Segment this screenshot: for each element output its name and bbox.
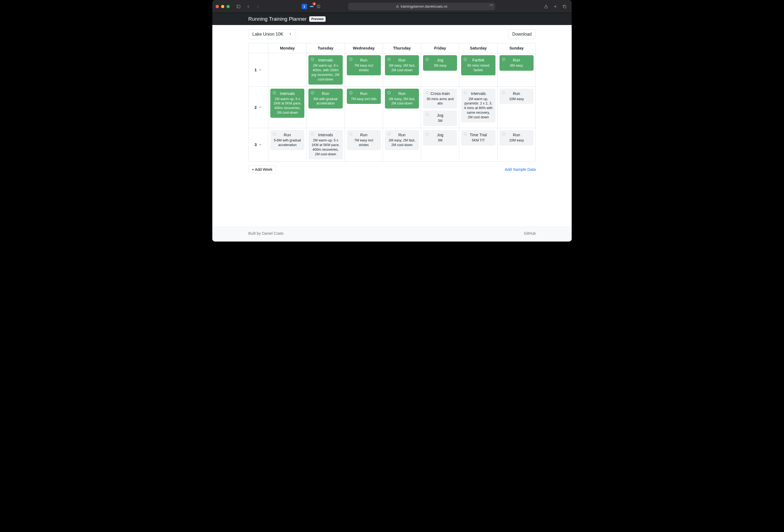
add-sample-data-link[interactable]: Add Sample Data xyxy=(505,167,536,172)
workout-card[interactable]: Run8M easy xyxy=(500,55,534,71)
day-cell[interactable]: Time Trial5KM T/T xyxy=(459,128,497,161)
svg-point-22 xyxy=(273,133,276,135)
day-cell[interactable]: Intervals2M warm-up, 5 x 1KM at 5KM pace… xyxy=(306,128,344,161)
day-cell[interactable]: Run6M with gradual acceleration xyxy=(306,87,344,128)
address-bar[interactable]: trainingplanner.danielcoats.nz xyxy=(348,3,495,10)
workout-title: Jog xyxy=(425,113,455,118)
browser-toolbar: 1 •••• 4 trainingplanner.danielcoats.nz xyxy=(212,0,572,13)
day-cell[interactable]: Run2M easy, 2M fast, 2M cool-down xyxy=(383,87,421,128)
plan-selector[interactable]: Lake Union 10K xyxy=(248,29,296,39)
workout-card[interactable]: Intervals2M warm-up, 8 x 400m, with 200m… xyxy=(308,55,342,85)
workout-desc: 7M easy incl strides xyxy=(348,63,379,72)
day-cell[interactable]: Run10M easy xyxy=(497,87,535,128)
day-cell[interactable]: Intervals2M warm-up, 5 x 1KM at 5KM pace… xyxy=(268,87,306,128)
day-cell[interactable]: Run7M easy incl strides xyxy=(345,128,383,161)
workout-desc: 2M easy, 2M fast, 2M cool-down xyxy=(387,138,417,147)
workout-card[interactable]: Run2M easy, 2M fast, 2M cool-down xyxy=(385,89,419,109)
week-toggle[interactable]: 1 xyxy=(249,53,268,87)
forward-button[interactable] xyxy=(254,3,262,10)
workout-card[interactable]: Intervals2M warm up, pyramids: 2 x 2, 3,… xyxy=(461,89,495,122)
workout-desc: 3M easy xyxy=(425,63,455,68)
workout-title: Run xyxy=(348,133,379,137)
workout-card[interactable]: Intervals2M warm-up, 5 x 1KM at 5KM pace… xyxy=(308,130,342,159)
day-cell[interactable] xyxy=(268,53,306,87)
svg-point-18 xyxy=(426,91,428,94)
workout-title: Run xyxy=(348,91,379,96)
svg-point-27 xyxy=(464,133,467,135)
tabs-overview-icon[interactable] xyxy=(561,3,568,10)
workout-card[interactable]: Cross-train30 mins arms and abs xyxy=(423,89,457,109)
day-cell[interactable]: Run5-6M with gradual acceleration xyxy=(268,128,306,161)
week-row: 1Intervals2M warm-up, 8 x 400m, with 200… xyxy=(249,53,535,87)
day-header: Tuesday xyxy=(306,43,344,53)
extension-1password-icon[interactable]: 1 xyxy=(302,4,307,9)
workout-card[interactable]: Intervals2M warm-up, 5 x 1KM at 5KM pace… xyxy=(270,89,304,118)
workout-card[interactable]: Jog3M easy xyxy=(423,55,457,71)
reload-icon[interactable] xyxy=(489,4,493,9)
day-cell[interactable]: Fartlek60 mins mixed fartlek xyxy=(459,53,497,87)
week-toggle[interactable]: 3 xyxy=(249,128,268,161)
week-row: 2Intervals2M warm-up, 5 x 1KM at 5KM pac… xyxy=(249,87,535,128)
workout-card[interactable]: Run7M easy incl strides xyxy=(347,55,381,75)
minimize-window-button[interactable] xyxy=(221,5,224,8)
workout-card[interactable]: Run5-6M with gradual acceleration xyxy=(270,130,304,150)
download-button[interactable]: Download xyxy=(508,29,536,39)
app-title: Running Training Planner xyxy=(248,16,307,22)
workout-desc: 2M easy, 2M fast, 2M cool-down xyxy=(387,63,417,72)
week-toggle[interactable]: 2 xyxy=(249,87,268,128)
svg-point-24 xyxy=(349,133,352,135)
workout-card[interactable]: Run2M easy, 2M fast, 2M cool-down xyxy=(385,55,419,75)
footer-github-link[interactable]: GitHub xyxy=(524,231,536,236)
day-cell[interactable]: Run10M easy xyxy=(497,128,535,161)
plan-selector-label: Lake Union 10K xyxy=(252,32,283,37)
workout-title: Run xyxy=(501,91,532,96)
workout-card[interactable]: Run6M with gradual acceleration xyxy=(308,89,342,109)
svg-rect-0 xyxy=(237,5,240,8)
privacy-shield-icon[interactable] xyxy=(316,4,321,9)
workout-desc: 7M easy incl hills xyxy=(348,97,379,101)
day-cell[interactable]: Run2M easy, 2M fast, 2M cool-down xyxy=(383,128,421,161)
workout-card[interactable]: Jog3M xyxy=(423,130,457,146)
day-cell[interactable]: Intervals2M warm-up, 8 x 400m, with 200m… xyxy=(306,53,344,87)
close-window-button[interactable] xyxy=(216,5,219,8)
workout-desc: 2M warm up, pyramids: 2 x 2, 3, 4 mins a… xyxy=(463,97,494,120)
workout-card[interactable]: Fartlek60 mins mixed fartlek xyxy=(461,55,495,75)
new-tab-icon[interactable] xyxy=(552,3,559,10)
day-cell[interactable]: Run7M easy incl strides xyxy=(345,53,383,87)
workout-title: Intervals xyxy=(272,91,303,96)
workout-title: Intervals xyxy=(310,58,341,62)
workout-card[interactable]: Run10M easy xyxy=(500,130,534,146)
extension-badge: 4 xyxy=(312,2,316,5)
day-cell[interactable]: Intervals2M warm up, pyramids: 2 x 2, 3,… xyxy=(459,87,497,128)
day-cell[interactable]: Jog3M xyxy=(421,128,459,161)
workout-card[interactable]: Run10M easy xyxy=(500,89,534,104)
extension-icon[interactable]: •••• 4 xyxy=(309,4,314,9)
back-button[interactable] xyxy=(245,3,252,10)
share-icon[interactable] xyxy=(542,3,550,10)
add-week-button[interactable]: + Add Week xyxy=(248,166,276,174)
workout-title: Fartlek xyxy=(463,58,494,62)
svg-point-15 xyxy=(311,91,314,94)
day-cell[interactable]: Cross-train30 mins arms and absJog3M xyxy=(421,87,459,128)
day-cell[interactable]: Run2M easy, 2M fast, 2M cool-down xyxy=(383,53,421,87)
workout-desc: 10M easy xyxy=(501,97,532,101)
workout-title: Time Trial xyxy=(463,133,494,137)
svg-point-10 xyxy=(388,58,391,61)
workout-title: Run xyxy=(501,133,532,137)
workout-desc: 60 mins mixed fartlek xyxy=(463,63,494,72)
svg-rect-6 xyxy=(564,5,566,8)
workout-card[interactable]: Time Trial5KM T/T xyxy=(461,130,495,146)
browser-extensions: 1 •••• 4 xyxy=(302,4,321,9)
svg-point-17 xyxy=(388,91,391,94)
day-cell[interactable]: Run8M easy xyxy=(497,53,535,87)
fullscreen-window-button[interactable] xyxy=(226,5,230,8)
sidebar-toggle-icon[interactable] xyxy=(235,3,242,10)
workout-title: Run xyxy=(348,58,379,62)
workout-card[interactable]: Jog3M xyxy=(423,111,457,126)
workout-card[interactable]: Run2M easy, 2M fast, 2M cool-down xyxy=(385,130,419,150)
day-cell[interactable]: Run7M easy incl hills xyxy=(345,87,383,128)
workout-card[interactable]: Run7M easy incl strides xyxy=(347,130,381,150)
workout-card[interactable]: Run7M easy incl hills xyxy=(347,89,381,104)
workout-title: Jog xyxy=(425,58,455,62)
day-cell[interactable]: Jog3M easy xyxy=(421,53,459,87)
